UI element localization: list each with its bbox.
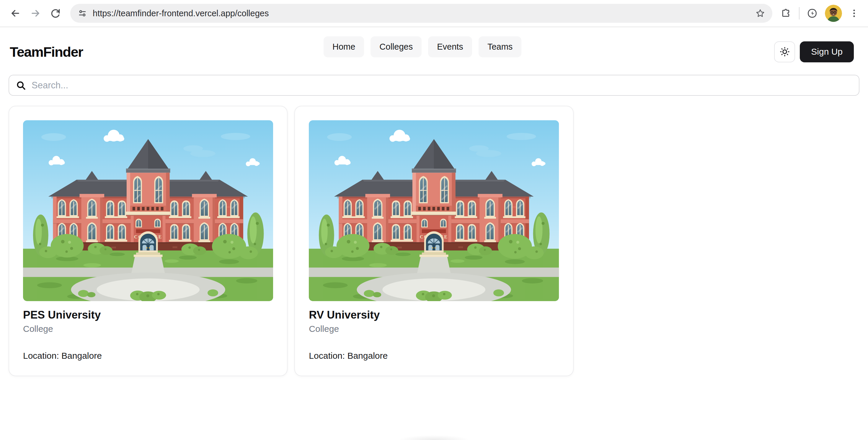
college-name: PES University	[23, 309, 273, 321]
forward-icon[interactable]	[26, 4, 45, 23]
toolbar-divider	[799, 7, 800, 20]
battery-saver-leaf-icon[interactable]	[807, 8, 818, 19]
main-nav: Home Colleges Events Teams	[323, 36, 521, 57]
brand-logo[interactable]: TeamFinder	[10, 44, 83, 60]
college-type: College	[309, 324, 559, 334]
menu-kebab-icon[interactable]	[849, 8, 859, 18]
nav-item-teams[interactable]: Teams	[478, 36, 521, 57]
app-header: TeamFinder Home Colleges Events Teams Si…	[0, 27, 868, 67]
college-location: Location: Bangalore	[309, 351, 559, 361]
college-name: RV University	[309, 309, 559, 321]
sun-icon	[779, 47, 790, 57]
college-illustration	[309, 120, 559, 301]
nav-item-home[interactable]: Home	[323, 36, 364, 57]
extensions-puzzle-icon[interactable]	[781, 8, 792, 19]
nav-item-colleges[interactable]: Colleges	[371, 36, 422, 57]
reload-icon[interactable]	[46, 4, 65, 23]
back-icon[interactable]	[6, 4, 25, 23]
nav-item-events[interactable]: Events	[428, 36, 472, 57]
url-text[interactable]: https://teamfinder-frontend.vercel.app/c…	[93, 8, 750, 18]
search-bar	[8, 75, 860, 96]
college-illustration	[23, 120, 273, 301]
search-input[interactable]	[32, 80, 852, 91]
bottom-scroll-peek	[387, 434, 481, 440]
bookmark-star-icon[interactable]	[755, 8, 765, 18]
browser-toolbar: https://teamfinder-frontend.vercel.app/c…	[0, 0, 868, 27]
url-bar[interactable]: https://teamfinder-frontend.vercel.app/c…	[70, 4, 772, 23]
college-card-grid: PES University College Location: Bangalo…	[0, 96, 868, 376]
college-type: College	[23, 324, 273, 334]
sign-up-button[interactable]: Sign Up	[800, 41, 854, 62]
college-card-rv[interactable]: RV University College Location: Bangalor…	[294, 106, 574, 376]
college-location: Location: Bangalore	[23, 351, 273, 361]
site-info-icon[interactable]	[78, 8, 87, 18]
theme-toggle-button[interactable]	[774, 41, 795, 62]
college-card-pes[interactable]: PES University College Location: Bangalo…	[8, 106, 287, 376]
header-actions: Sign Up	[774, 41, 854, 62]
search-icon	[16, 80, 26, 91]
toolbar-right-cluster	[776, 5, 862, 22]
profile-avatar[interactable]	[825, 5, 842, 22]
